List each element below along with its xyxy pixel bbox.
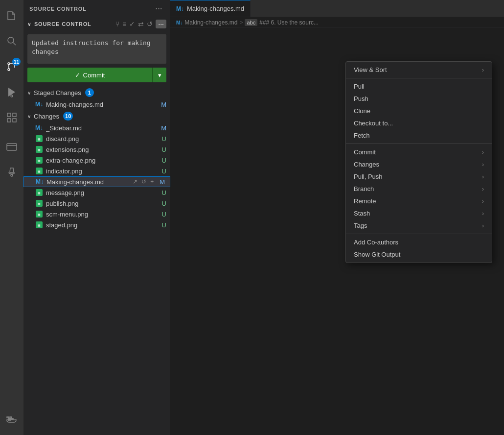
menu-item-pull-push[interactable]: Pull, Push › bbox=[346, 170, 492, 183]
breadcrumb-filename[interactable]: Making-changes.md bbox=[184, 19, 237, 26]
commit-message-input[interactable]: Updated instructions for making changes bbox=[27, 34, 166, 64]
branch-changes-icon[interactable]: ⑂ bbox=[115, 20, 119, 28]
menu-item-label: Pull bbox=[354, 83, 365, 90]
tab-making-changes[interactable]: M↓ Making-changes.md bbox=[170, 0, 251, 17]
menu-divider bbox=[346, 78, 492, 78]
changes-header[interactable]: ∨ Changes 10 bbox=[23, 110, 170, 122]
search-icon[interactable] bbox=[0, 29, 23, 53]
svg-point-6 bbox=[11, 95, 13, 97]
staged-changes-count: 1 bbox=[85, 88, 94, 97]
png-file-icon: ▦ bbox=[35, 221, 43, 229]
discard-changes-icon[interactable]: ↺ bbox=[140, 178, 147, 185]
context-menu: View & Sort › Pull Push Clone Checkout t… bbox=[345, 61, 492, 263]
staged-file-name: Making-changes.md bbox=[46, 101, 103, 108]
commit-dropdown-button[interactable]: ▾ bbox=[153, 68, 166, 82]
png-file-icon: ▦ bbox=[35, 156, 43, 164]
list-item[interactable]: ▦ staged.png U bbox=[23, 219, 170, 230]
list-item[interactable]: M↓ Making-changes.md M bbox=[23, 99, 170, 110]
sidebar-header-actions: ··· bbox=[154, 4, 164, 14]
commit-button-label: Commit bbox=[83, 72, 105, 79]
scm-section: ∨ SOURCE CONTROL ⑂ ≡ ✓ ⇄ ↺ ··· Updated i… bbox=[23, 18, 170, 435]
svg-point-13 bbox=[11, 174, 13, 176]
breadcrumb: M↓ Making-changes.md > abc ### 6. Use th… bbox=[170, 17, 504, 28]
more-scm-icon[interactable]: ··· bbox=[156, 20, 166, 28]
change-file-name-7: publish.png bbox=[46, 200, 79, 207]
scm-section-header-left: ∨ SOURCE CONTROL bbox=[27, 21, 92, 27]
open-file-icon[interactable]: ↗ bbox=[132, 178, 138, 185]
change-file-status-8: U bbox=[162, 211, 166, 218]
menu-item-clone[interactable]: Clone bbox=[346, 105, 492, 117]
extensions-icon[interactable] bbox=[0, 106, 23, 129]
more-options-icon[interactable]: ··· bbox=[154, 4, 164, 14]
sync-icon[interactable]: ⇄ bbox=[138, 20, 144, 28]
files-icon[interactable] bbox=[0, 4, 23, 27]
svg-point-0 bbox=[8, 37, 14, 43]
docker-icon[interactable] bbox=[0, 408, 23, 431]
list-item[interactable]: ▦ publish.png U bbox=[23, 198, 170, 209]
menu-item-checkout[interactable]: Checkout to... bbox=[346, 117, 492, 129]
png-file-icon: ▦ bbox=[35, 135, 43, 143]
stage-changes-icon[interactable]: + bbox=[149, 178, 155, 185]
menu-item-branch[interactable]: Branch › bbox=[346, 183, 492, 195]
svg-rect-11 bbox=[7, 144, 17, 150]
md-file-icon: M↓ bbox=[35, 124, 43, 132]
menu-item-label: Pull, Push bbox=[354, 173, 383, 180]
tab-file-icon: M↓ bbox=[176, 5, 184, 12]
list-item[interactable]: M↓ _Sidebar.md M bbox=[23, 122, 170, 133]
scm-section-title: SOURCE CONTROL bbox=[34, 21, 92, 27]
md-file-icon: M↓ bbox=[36, 178, 44, 186]
list-item[interactable]: ▦ discard.png U bbox=[23, 133, 170, 144]
testing-icon[interactable] bbox=[0, 161, 23, 184]
menu-item-tags[interactable]: Tags › bbox=[346, 219, 492, 232]
change-file-status-3: U bbox=[162, 157, 166, 164]
submenu-chevron-icon: › bbox=[482, 198, 484, 205]
checkmark-icon[interactable]: ✓ bbox=[129, 20, 135, 28]
commit-button[interactable]: ✓ Commit bbox=[27, 68, 153, 82]
menu-item-label: Checkout to... bbox=[354, 120, 393, 127]
submenu-chevron-icon: › bbox=[482, 173, 484, 180]
changes-header-left: ∨ Changes 10 bbox=[27, 112, 73, 121]
menu-item-label: Changes bbox=[354, 161, 379, 168]
svg-rect-7 bbox=[7, 113, 11, 117]
activity-bar: 11 bbox=[0, 0, 23, 435]
list-item[interactable]: ▦ indicator.png U bbox=[23, 166, 170, 176]
svg-rect-10 bbox=[13, 119, 16, 122]
change-file-status-0: M bbox=[161, 124, 166, 132]
svg-point-4 bbox=[8, 69, 10, 71]
remote-explorer-icon[interactable] bbox=[0, 135, 23, 159]
menu-item-view-sort[interactable]: View & Sort › bbox=[346, 64, 492, 76]
menu-item-label: Branch bbox=[354, 185, 374, 193]
scm-section-header-right: ⑂ ≡ ✓ ⇄ ↺ ··· bbox=[115, 20, 166, 28]
list-item[interactable]: ▦ message.png U bbox=[23, 187, 170, 198]
list-item[interactable]: ▦ extra-change.png U bbox=[23, 155, 170, 166]
changes-group: ∨ Changes 10 M↓ _Sidebar.md M ▦ bbox=[23, 110, 170, 230]
change-file-status-5: M bbox=[159, 178, 166, 186]
breadcrumb-md-icon: M↓ bbox=[176, 19, 183, 26]
changes-chevron-icon: ∨ bbox=[27, 114, 31, 119]
list-item[interactable]: M↓ Making-changes.md ↗ ↺ + M bbox=[23, 176, 170, 187]
menu-item-fetch[interactable]: Fetch bbox=[346, 129, 492, 142]
menu-item-add-coauthors[interactable]: Add Co-authors bbox=[346, 236, 492, 248]
menu-item-show-git-output[interactable]: Show Git Output bbox=[346, 248, 492, 261]
staged-changes-header[interactable]: ∨ Staged Changes 1 bbox=[23, 86, 170, 99]
menu-item-label: Push bbox=[354, 95, 368, 102]
list-item[interactable]: ▦ extensions.png U bbox=[23, 144, 170, 155]
menu-divider bbox=[346, 144, 492, 144]
svg-rect-9 bbox=[7, 119, 11, 122]
menu-item-changes[interactable]: Changes › bbox=[346, 158, 492, 170]
scm-section-header: ∨ SOURCE CONTROL ⑂ ≡ ✓ ⇄ ↺ ··· bbox=[23, 18, 170, 30]
menu-item-remote[interactable]: Remote › bbox=[346, 195, 492, 207]
source-control-icon[interactable]: 11 bbox=[0, 55, 23, 78]
menu-item-pull[interactable]: Pull bbox=[346, 80, 492, 93]
staged-file-status: M bbox=[161, 101, 166, 108]
refresh-icon[interactable]: ↺ bbox=[147, 20, 153, 28]
submenu-chevron-icon: › bbox=[482, 222, 484, 229]
changes-count: 10 bbox=[63, 112, 73, 121]
run-debug-icon[interactable] bbox=[0, 80, 23, 104]
menu-item-commit[interactable]: Commit › bbox=[346, 146, 492, 158]
menu-item-push[interactable]: Push bbox=[346, 93, 492, 105]
submenu-chevron-icon: › bbox=[482, 210, 484, 217]
stash-icon[interactable]: ≡ bbox=[122, 20, 126, 28]
menu-item-stash[interactable]: Stash › bbox=[346, 207, 492, 219]
list-item[interactable]: ▦ scm-menu.png U bbox=[23, 209, 170, 219]
